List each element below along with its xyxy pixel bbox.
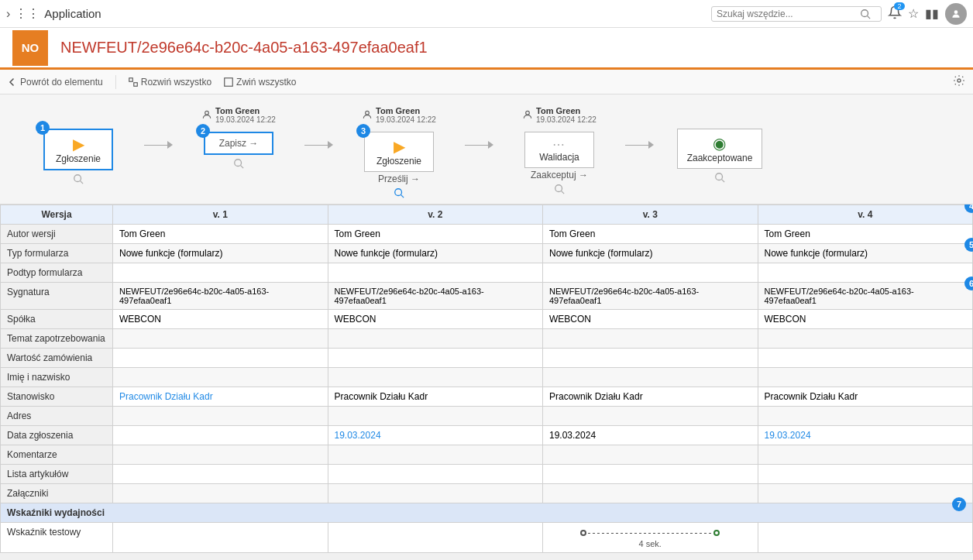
back-button[interactable]: Powrót do elementu xyxy=(8,77,103,88)
step-user-date-4: 19.03.2024 12:22 xyxy=(536,115,597,124)
step-user-4: Tom Green 19.03.2024 12:22 xyxy=(522,101,597,129)
cell-war-v1 xyxy=(113,349,328,368)
step-box-4[interactable]: ⋯ Walidacja xyxy=(524,132,594,168)
notification-button[interactable]: 2 xyxy=(888,5,902,22)
cell-imie-v2 xyxy=(328,368,543,387)
step-box-2[interactable]: Zapisz → xyxy=(204,132,273,155)
cell-sp-v4: WEBCON xyxy=(758,310,973,329)
indicator-note: 4 sek. xyxy=(639,539,662,548)
settings-icon[interactable] xyxy=(953,74,965,87)
v4-badge: 4 xyxy=(964,204,973,213)
cell-kom-v2 xyxy=(328,445,543,465)
cell-podtyp-v1 xyxy=(113,263,328,283)
table-row: Typ formularza Nowe funkcje (formularz) … xyxy=(1,244,973,263)
toolbar-right xyxy=(953,74,965,89)
cell-adr-v1 xyxy=(113,407,328,426)
cell-list-v2 xyxy=(328,465,543,484)
cell-syg-v4: NEWFEUT/2e96e64c-b20c-4a05-a163-497efaa0… xyxy=(758,283,973,310)
row-sygnatura: Sygnatura xyxy=(1,283,113,310)
arrow-3 xyxy=(465,141,493,149)
row-wartosc: Wartość zamówienia xyxy=(1,349,113,368)
grid-dots-icon[interactable]: ⋮⋮ xyxy=(15,6,40,21)
step-dots-icon: ⋯ xyxy=(552,137,566,152)
step-user-name-3: Tom Green xyxy=(376,106,436,115)
cell-wsk-v4 xyxy=(758,523,973,553)
step-search-5[interactable] xyxy=(714,172,725,185)
svg-point-0 xyxy=(861,9,868,16)
step-box-3[interactable]: ▶ Zgłoszenie xyxy=(364,132,434,172)
col-v3: v. 3 xyxy=(543,205,758,225)
workflow-steps: 1 ▶ Zgłoszenie Tom Green 19.03.2024 12:2… xyxy=(12,101,961,204)
step-box-1[interactable]: ▶ Zgłoszenie xyxy=(43,129,113,170)
col-v1: v. 1 xyxy=(113,205,328,225)
search-icon xyxy=(860,9,871,19)
indicator-line xyxy=(588,533,712,534)
cell-sp-v2: WEBCON xyxy=(328,310,543,329)
cell-imie-v4 xyxy=(758,368,973,387)
step-search-1[interactable] xyxy=(73,173,84,187)
toolbar: Powrót do elementu Rozwiń wszystko Zwiń … xyxy=(0,70,973,94)
row-spolka: Spółka xyxy=(1,310,113,329)
search-input[interactable] xyxy=(717,9,860,19)
back-label: Powrót do elementu xyxy=(20,77,103,88)
cell-podtyp-v4 xyxy=(758,263,973,283)
star-icon[interactable]: ☆ xyxy=(908,6,919,21)
cell-dat-v3: 19.03.2024 xyxy=(543,426,758,445)
collapse-button[interactable]: Zwiń wszystko xyxy=(224,77,296,88)
collapse-icon xyxy=(224,77,233,87)
record-initials: NO xyxy=(12,30,48,66)
version-table: Wersja v. 1 v. 2 v. 3 v. 4 4 Autor wersj… xyxy=(0,204,973,553)
perf-section-header: Wskaźniki wydajności 7 xyxy=(1,503,973,523)
step-box-5[interactable]: ◉ Zaakceptowane xyxy=(677,129,763,169)
cell-war-v3 xyxy=(543,349,758,368)
step-user-name-2: Tom Green xyxy=(215,106,276,115)
cell-autor-v2: Tom Green xyxy=(328,225,543,244)
step-user-3: Tom Green 19.03.2024 12:22 xyxy=(362,101,436,129)
row-adres: Adres xyxy=(1,407,113,426)
cell-dat-v1 xyxy=(113,426,328,445)
cell-kom-v1 xyxy=(113,445,328,465)
step-user-2: Tom Green 19.03.2024 12:22 xyxy=(201,101,276,129)
step-search-4[interactable] xyxy=(554,184,565,197)
step-search-3[interactable] xyxy=(394,187,404,201)
row-imie: Imię i nazwisko xyxy=(1,368,113,387)
stan-link-v1[interactable]: Pracownik Działu Kadr xyxy=(119,391,213,402)
table-row: Załączniki xyxy=(1,484,973,503)
expand-button[interactable]: Rozwiń wszystko xyxy=(129,77,211,88)
top-bar-left: › ⋮⋮ Application xyxy=(6,6,705,21)
svg-point-15 xyxy=(526,111,530,115)
table-row: Wartość zamówienia xyxy=(1,349,973,368)
dat-link-v2[interactable]: 19.03.2024 xyxy=(335,430,381,441)
svg-point-13 xyxy=(395,189,402,196)
version-table-container: Wersja v. 1 v. 2 v. 3 v. 4 4 Autor wersj… xyxy=(0,204,973,553)
step-label-4: Walidacja xyxy=(539,152,579,163)
row-podtyp: Podtyp formularza xyxy=(1,263,113,283)
cell-stan-v3: Pracownik Działu Kadr xyxy=(543,387,758,407)
nav-arrow-icon[interactable]: › xyxy=(6,7,10,21)
row-wskaznik: Wskaźnik testowy xyxy=(1,523,113,553)
svg-point-2 xyxy=(954,10,958,14)
svg-rect-4 xyxy=(133,82,137,86)
cell-zal-v4 xyxy=(758,484,973,503)
search-box[interactable] xyxy=(711,6,882,22)
table-row: Temat zapotrzebowania xyxy=(1,329,973,349)
step-search-2[interactable] xyxy=(233,158,244,171)
typ-badge: 5 xyxy=(964,238,973,252)
cell-syg-v1: NEWFEUT/2e96e64c-b20c-4a05-a163-497efaa0… xyxy=(113,283,328,310)
user-avatar[interactable] xyxy=(945,3,967,25)
table-row: Spółka WEBCON WEBCON WEBCON WEBCON xyxy=(1,310,973,329)
table-row: Data zgłoszenia 19.03.2024 19.03.2024 19… xyxy=(1,426,973,445)
cell-typ-v2: Nowe funkcje (formularz) xyxy=(328,244,543,263)
row-zalaczniki: Załączniki xyxy=(1,484,113,503)
workflow-step-3: Tom Green 19.03.2024 12:22 3 ▶ Zgłoszeni… xyxy=(333,101,465,204)
back-icon xyxy=(8,77,17,87)
expand-icon xyxy=(129,77,138,87)
syg-badge: 6 xyxy=(964,277,973,290)
dat-link-v4[interactable]: 19.03.2024 xyxy=(765,430,811,441)
indicator-start-dot xyxy=(580,530,586,536)
panel-icon[interactable]: ▮▮ xyxy=(925,6,939,21)
cell-sp-v1: WEBCON xyxy=(113,310,328,329)
step-play-icon-3: ▶ xyxy=(394,137,405,156)
workflow-step-5: ◉ Zaakceptowane xyxy=(654,101,786,188)
cell-adr-v3 xyxy=(543,407,758,426)
